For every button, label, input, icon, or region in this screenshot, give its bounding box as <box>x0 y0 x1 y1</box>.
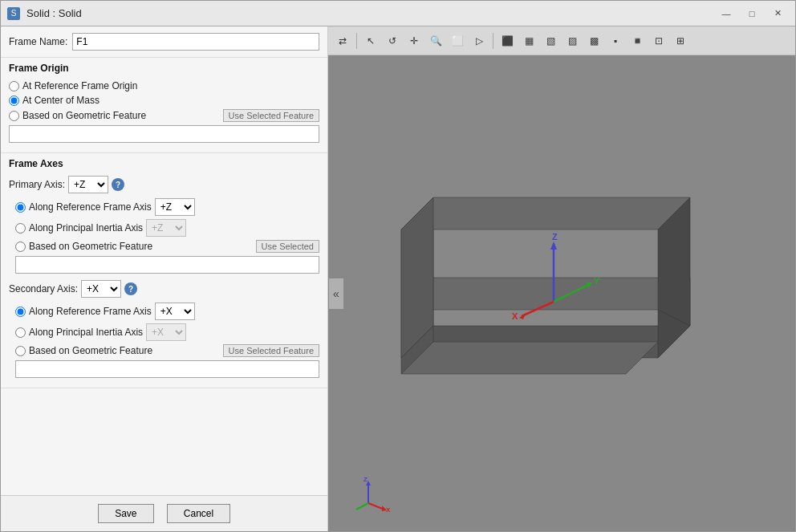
primary-along-ref-label: Along Reference Frame Axis <box>29 201 152 213</box>
secondary-along-inertia-radio[interactable] <box>15 327 26 338</box>
window-title: Solid : Solid <box>26 7 715 19</box>
secondary-use-selected-button[interactable]: Use Selected Feature <box>223 344 319 357</box>
origin-option-center-mass: At Center of Mass <box>9 95 319 106</box>
secondary-ref-axis-select[interactable]: +X +Y +Z <box>155 303 195 320</box>
svg-line-22 <box>356 503 368 510</box>
primary-text-input[interactable] <box>15 256 319 274</box>
frame-axes-section: Frame Axes Primary Axis: +Z +Y +X -Z -Y … <box>1 153 327 388</box>
tb-shade3-button[interactable]: ▧ <box>541 31 560 51</box>
origin-ref-frame-label: At Reference Frame Origin <box>22 80 137 91</box>
3d-viewport[interactable]: Z Y X Z <box>328 55 795 531</box>
secondary-along-inertia-row: Along Principal Inertia Axis +X +Y +Z <box>9 323 319 341</box>
secondary-text-input-row <box>9 360 319 378</box>
tb-shade8-button[interactable]: ⊡ <box>649 31 668 51</box>
secondary-axis-row: Secondary Axis: +X +Y +Z -X -Y -Z ? <box>9 280 319 298</box>
primary-axis-select[interactable]: +Z +Y +X -Z -Y -X <box>68 176 108 193</box>
axis-indicator-svg: Z X <box>352 475 392 515</box>
origin-center-mass-label: At Center of Mass <box>22 95 100 106</box>
left-panel: Frame Name: Frame Origin At Reference Fr… <box>1 26 328 531</box>
origin-center-mass-radio[interactable] <box>9 95 19 106</box>
origin-geom-feature-radio[interactable] <box>9 111 19 121</box>
svg-marker-8 <box>401 342 658 374</box>
primary-text-input-row <box>9 256 319 274</box>
primary-along-ref-row: Along Reference Frame Axis +Z +Y +X <box>9 198 319 216</box>
frame-origin-header: Frame Origin <box>9 63 319 75</box>
bottom-buttons: Save Cancel <box>1 495 327 531</box>
primary-along-ref-radio[interactable] <box>15 202 26 213</box>
origin-text-input-row <box>9 125 319 143</box>
right-panel: ⇄ ↖ ↺ ✛ 🔍 ⬜ ▷ ⬛ ▦ ▧ ▨ ▩ ▪ ◾ ⊡ ⊞ <box>328 26 795 531</box>
app-icon: S <box>7 7 20 20</box>
tb-rotate-button[interactable]: ↺ <box>383 31 402 51</box>
origin-option-geom-feature: Based on Geometric Feature Use Selected … <box>9 109 319 122</box>
secondary-based-geom-radio[interactable] <box>15 346 26 356</box>
secondary-based-geom-row: Based on Geometric Feature Use Selected … <box>9 344 319 357</box>
svg-text:Z: Z <box>552 232 558 242</box>
svg-text:Z: Z <box>363 476 368 483</box>
tb-shade7-button[interactable]: ◾ <box>627 31 647 51</box>
title-bar: S Solid : Solid — □ ✕ <box>1 1 795 26</box>
primary-axis-label: Primary Axis: <box>9 179 65 190</box>
3d-shape-svg: Z Y X <box>353 101 770 486</box>
tb-shade9-button[interactable]: ⊞ <box>671 31 690 51</box>
primary-along-inertia-row: Along Principal Inertia Axis +Z +Y +X <box>9 219 319 237</box>
origin-option-ref-frame: At Reference Frame Origin <box>9 80 319 91</box>
svg-text:X: X <box>386 506 391 514</box>
axis-indicator: Z X <box>352 475 392 515</box>
tb-shade6-button[interactable]: ▪ <box>606 31 625 51</box>
secondary-text-input[interactable] <box>15 360 319 378</box>
frame-name-label: Frame Name: <box>9 36 67 47</box>
origin-text-input[interactable] <box>9 125 319 143</box>
origin-ref-frame-radio[interactable] <box>9 81 19 91</box>
maximize-button[interactable]: □ <box>741 6 763 22</box>
secondary-along-ref-radio[interactable] <box>15 307 26 317</box>
primary-inertia-axis-select: +Z +Y +X <box>146 219 186 237</box>
primary-ref-axis-select[interactable]: +Z +Y +X <box>155 198 195 216</box>
toolbar-separator-1 <box>356 33 357 49</box>
tb-refresh-button[interactable]: ⇄ <box>333 31 352 51</box>
svg-marker-4 <box>401 197 690 229</box>
origin-use-selected-button[interactable]: Use Selected Feature <box>223 109 319 122</box>
tb-shade5-button[interactable]: ▩ <box>584 31 603 51</box>
frame-origin-section: Frame Origin At Reference Frame Origin A… <box>1 58 327 153</box>
primary-based-geom-label: Based on Geometric Feature <box>29 241 152 252</box>
secondary-along-ref-label: Along Reference Frame Axis <box>29 306 152 317</box>
cancel-button[interactable]: Cancel <box>167 504 230 523</box>
secondary-axis-select[interactable]: +X +Y +Z -X -Y -Z <box>81 280 121 298</box>
tb-zoom-button[interactable]: 🔍 <box>426 31 445 51</box>
window-controls: — □ ✕ <box>715 6 789 22</box>
secondary-along-ref-row: Along Reference Frame Axis +X +Y +Z <box>9 303 319 320</box>
shape-container: Z Y X <box>328 55 795 531</box>
svg-text:Y: Y <box>594 276 600 286</box>
primary-along-inertia-label: Along Principal Inertia Axis <box>29 222 143 234</box>
collapse-button[interactable]: « <box>328 278 344 310</box>
primary-based-geom-radio[interactable] <box>15 242 26 252</box>
svg-marker-14 <box>519 314 526 319</box>
tb-view1-button[interactable]: ▷ <box>469 31 489 51</box>
secondary-axis-label: Secondary Axis: <box>9 283 78 294</box>
frame-axes-header: Frame Axes <box>9 158 319 171</box>
toolbar-separator-2 <box>493 33 493 49</box>
svg-text:X: X <box>512 311 518 321</box>
primary-axis-help-icon[interactable]: ? <box>112 178 124 191</box>
main-window: S Solid : Solid — □ ✕ Frame Name: Frame … <box>0 0 796 532</box>
tb-pan-button[interactable]: ✛ <box>404 31 424 51</box>
origin-geom-feature-label: Based on Geometric Feature <box>22 110 146 121</box>
primary-use-selected-button[interactable]: Use Selected <box>256 240 319 253</box>
secondary-inertia-axis-select: +X +Y +Z <box>146 323 186 341</box>
tb-shade4-button[interactable]: ▨ <box>562 31 582 51</box>
minimize-button[interactable]: — <box>715 6 737 22</box>
tb-select-button[interactable]: ↖ <box>361 31 380 51</box>
viewport-toolbar: ⇄ ↖ ↺ ✛ 🔍 ⬜ ▷ ⬛ ▦ ▧ ▨ ▩ ▪ ◾ ⊡ ⊞ <box>328 26 795 55</box>
frame-name-row: Frame Name: <box>1 26 327 58</box>
tb-shade1-button[interactable]: ⬛ <box>497 31 517 51</box>
tb-shade2-button[interactable]: ▦ <box>519 31 538 51</box>
save-button[interactable]: Save <box>98 504 154 523</box>
secondary-based-geom-label: Based on Geometric Feature <box>29 345 152 356</box>
secondary-axis-help-icon[interactable]: ? <box>124 282 137 295</box>
frame-name-input[interactable] <box>72 33 319 51</box>
primary-along-inertia-radio[interactable] <box>15 223 26 234</box>
close-button[interactable]: ✕ <box>766 6 789 22</box>
primary-based-geom-row: Based on Geometric Feature Use Selected <box>9 240 319 253</box>
tb-fit-button[interactable]: ⬜ <box>448 31 467 51</box>
